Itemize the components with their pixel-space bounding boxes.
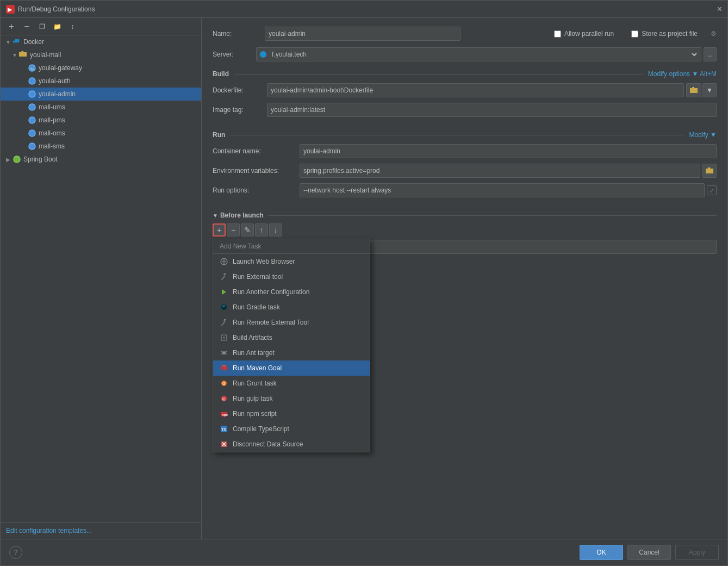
sms-label: mall-sms [39,142,65,150]
before-launch-edit-button[interactable]: ✎ [241,223,254,237]
sidebar-item-mall-ums[interactable]: ▶ mall-ums [1,101,201,114]
menu-item-run-another-config[interactable]: Run Another Configuration [213,284,370,300]
store-project-checkbox[interactable] [631,30,638,38]
run-modify-button[interactable]: Modify ▼ [689,131,717,139]
sidebar-item-youlai-gateway[interactable]: ▶ 🐳 youlai-gateway [1,61,201,74]
svg-text:G: G [222,382,225,385]
help-button[interactable]: ? [9,546,22,559]
menu-item-compile-typescript[interactable]: TS Compile TypeScript [213,421,370,437]
svg-rect-4 [15,41,17,42]
service-icon-auth [28,77,36,85]
sidebar-item-mall-oms[interactable]: ▶ mall-oms [1,127,201,140]
menu-item-disconnect-data-source[interactable]: Disconnect Data Source [213,437,370,452]
dockerfile-input[interactable] [267,83,684,97]
remove-config-button[interactable]: − [20,20,33,33]
sidebar-item-spring-boot[interactable]: ▶ Spring Boot [1,153,201,166]
dockerfile-folder-button[interactable] [686,83,701,97]
menu-item-run-remote-external-tool[interactable]: Run Remote External Tool [213,315,370,330]
sidebar-item-mall-pms[interactable]: ▶ mall-pms [1,114,201,127]
image-tag-input[interactable] [267,103,717,117]
menu-item-run-ant-target[interactable]: Run Ant target [213,345,370,360]
menu-item-run-gulp-task[interactable]: g Run gulp task [213,391,370,406]
copy-config-button[interactable]: ❐ [35,20,48,33]
server-select[interactable]: f.youlai.tech [270,50,699,59]
before-launch-up-button[interactable]: ↑ [255,223,268,237]
svg-point-13 [29,117,35,123]
run-grunt-task-label: Run Grunt task [233,380,277,387]
menu-item-build-artifacts[interactable]: Build Artifacts [213,330,370,345]
sidebar-item-youlai-mall[interactable]: ▼ youlai-mall [1,48,201,61]
env-vars-input[interactable] [300,164,700,178]
svg-marker-20 [222,289,226,295]
auth-label: youlai-auth [39,77,71,85]
run-maven-goal-label: Run Maven Goal [233,364,282,372]
svg-point-11 [29,91,35,97]
run-options-label: Run options: [213,186,300,194]
image-tag-row: Image tag: [213,103,717,117]
before-launch-add-button[interactable]: + [213,223,226,237]
name-input[interactable] [265,27,461,41]
run-options-expand-button[interactable]: ⤢ [707,185,717,195]
svg-rect-5 [17,41,19,42]
svg-line-26 [226,351,227,352]
expand-arrow-docker: ▼ [5,39,11,45]
svg-text:TS: TS [221,428,226,432]
sidebar-item-mall-sms[interactable]: ▶ mall-sms [1,140,201,153]
folder-config-button[interactable]: 📁 [51,20,64,33]
close-button[interactable]: × [717,5,722,14]
main-content: + − ❐ 📁 ↕ ▼ [1,18,727,539]
svg-line-28 [226,354,227,355]
edit-templates-link[interactable]: Edit configuration templates... [1,522,201,539]
menu-item-launch-web-browser[interactable]: Launch Web Browser [213,254,370,269]
sidebar-item-docker[interactable]: ▼ Docker [1,35,201,48]
svg-line-25 [221,351,222,352]
server-row: Server: f.youlai.tech ... [213,47,717,61]
svg-point-16 [14,156,20,163]
allow-parallel-checkbox[interactable] [554,30,561,38]
svg-text:▶: ▶ [8,7,13,13]
sidebar-item-youlai-admin[interactable]: ▶ youlai-admin [1,88,201,101]
cancel-button[interactable]: Cancel [627,545,671,560]
svg-rect-7 [17,39,19,41]
apply-button[interactable]: Apply [675,545,719,560]
run-line [231,135,683,135]
before-launch-header: ▼ Before launch [213,212,717,219]
grunt-icon: G [220,379,228,388]
sort-config-button[interactable]: ↕ [66,20,79,33]
before-launch-down-button[interactable]: ↓ [269,223,282,237]
sidebar-item-youlai-auth[interactable]: ▶ youlai-auth [1,74,201,88]
server-more-button[interactable]: ... [704,47,717,61]
dockerfile-row: Dockerfile: ▼ [213,83,717,97]
add-config-button[interactable]: + [5,20,18,33]
server-select-container: f.youlai.tech [256,47,701,61]
menu-item-run-grunt-task[interactable]: G Run Grunt task [213,376,370,391]
sidebar: + − ❐ 📁 ↕ ▼ [1,18,202,539]
menu-item-run-npm-script[interactable]: npm Run npm script [213,406,370,421]
dockerfile-dropdown-button[interactable]: ▼ [702,83,717,97]
before-launch-remove-button[interactable]: − [227,223,240,237]
image-tag-label: Image tag: [213,106,267,114]
ts-icon: TS [220,425,228,433]
gulp-icon: g [220,394,228,403]
sidebar-toolbar: + − ❐ 📁 ↕ [1,18,201,35]
container-name-input[interactable] [300,144,717,158]
run-options-input[interactable] [300,183,705,197]
menu-item-run-gradle-task[interactable]: Run Gradle task [213,300,370,315]
svg-point-24 [222,351,226,354]
server-docker-icon [259,50,267,59]
admin-label: youlai-admin [39,90,76,98]
env-vars-label: Environment variables: [213,167,300,175]
title-bar: ▶ Run/Debug Configurations × [1,1,727,18]
maven-icon [220,364,228,372]
menu-item-run-maven-goal[interactable]: Run Maven Goal [213,360,370,376]
name-row: Name: Allow parallel run Store as projec… [213,27,717,41]
svg-text:🐳: 🐳 [30,66,35,71]
service-icon-pms [28,116,36,125]
store-settings-icon[interactable]: ⚙ [711,30,717,38]
menu-item-run-external-tool[interactable]: Run External tool [213,269,370,284]
disconnect-data-source-label: Disconnect Data Source [233,440,303,448]
env-vars-browse-button[interactable] [702,164,717,178]
ok-button[interactable]: OK [580,545,623,560]
before-launch-line [268,215,717,216]
modify-options-button[interactable]: Modify options ▼ Alt+M [648,70,717,78]
